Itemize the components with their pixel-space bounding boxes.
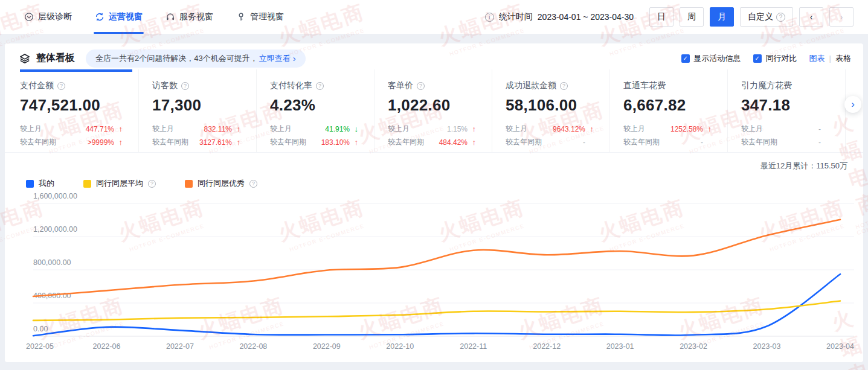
summary-label: 最近12月累计：: [760, 161, 816, 170]
prev-period-button[interactable]: ‹: [799, 7, 823, 27]
tab-service-view[interactable]: 服务视窗: [166, 0, 213, 34]
x-axis-label: 2023-02: [680, 342, 707, 351]
help-icon[interactable]: ?: [57, 82, 65, 90]
chart-legend: 我的 ? 同行同层平均 ? 同行同层优秀 ?: [26, 178, 863, 189]
help-icon[interactable]: ?: [148, 180, 156, 188]
metric-card-refund-amount[interactable]: 成功退款金额? 58,106.00 较上月9643.12%↑ 较去年同期-: [492, 69, 610, 152]
legend-swatch: [185, 180, 193, 188]
trend-arrow: ↑: [232, 138, 240, 147]
trend-arrow: ↑: [468, 124, 476, 133]
tab-management-view[interactable]: 管理视窗: [236, 0, 284, 34]
page-title: 整体看板: [36, 52, 75, 65]
y-axis-label: 0.00: [33, 325, 48, 333]
checkbox-label: 显示活动信息: [694, 53, 741, 64]
board-header: 整体看板 全店一共有2个问题待解决，43个机会可提升， 立即查看 › ✓ 显示活…: [5, 43, 863, 69]
checkbox-checked-icon[interactable]: ✓: [681, 54, 690, 63]
x-axis-label: 2022-07: [166, 342, 194, 351]
chevron-right-icon: ›: [851, 98, 855, 110]
metric-title: 成功退款金额: [506, 80, 556, 91]
help-icon[interactable]: ?: [316, 82, 324, 90]
layers-icon: [19, 53, 30, 64]
compare-row: 较去年同期484.42%↑: [388, 137, 476, 147]
metric-value: 17,300: [152, 96, 240, 115]
x-axis-label: 2022-08: [239, 342, 267, 351]
view-table-option[interactable]: 表格: [835, 53, 851, 64]
range-month-button[interactable]: 月: [710, 7, 734, 27]
chevron-right-icon: ›: [840, 12, 843, 22]
metric-card-ylmf-spend[interactable]: 引力魔方花费? 347.18 较上月- 较去年同期-: [728, 69, 846, 152]
stat-time: i 统计时间 2023-04-01 ~ 2023-04-30: [485, 11, 634, 22]
trend-arrow: ↑: [585, 124, 594, 133]
trend-arrow: ↑: [114, 124, 123, 133]
compare-row: 较上月1252.58%↑: [623, 124, 712, 134]
help-icon[interactable]: ?: [249, 180, 257, 188]
legend-swatch: [26, 180, 34, 188]
range-day-button[interactable]: 日: [649, 7, 674, 27]
metric-card-ztc-spend[interactable]: 直通车花费? 6,667.82 较上月1252.58%↑ 较去年同期-: [610, 69, 728, 152]
compare-row: 较上月447.71%↑: [20, 124, 123, 134]
view-now-link[interactable]: 立即查看: [259, 53, 291, 64]
help-icon[interactable]: ?: [417, 82, 425, 90]
help-icon: ?: [776, 13, 785, 22]
compare-row: 较去年同期>9999%↑: [20, 137, 123, 147]
topbar-controls: i 统计时间 2023-04-01 ~ 2023-04-30 日 周 月 自定义…: [485, 7, 854, 27]
tab-operation-view[interactable]: 运营视窗: [95, 0, 143, 34]
divider: |: [829, 54, 831, 63]
metric-card-avg-order-value[interactable]: 客单价? 1,022.60 较上月1.15%↑ 较去年同期484.42%↑: [375, 69, 492, 152]
trend-arrow: ↑: [350, 138, 358, 147]
legend-label: 我的: [39, 178, 54, 189]
summary-value: 115.50万: [816, 161, 847, 170]
view-toggle: 图表 | 表格: [809, 53, 851, 64]
range-custom-button[interactable]: 自定义 ?: [740, 7, 793, 27]
trend-arrow: ↑: [232, 124, 240, 133]
custom-range-label: 自定义: [748, 11, 773, 22]
metric-title: 引力魔方花费: [741, 80, 792, 91]
x-axis-label: 2022-12: [533, 342, 561, 351]
compare-row: 较上月-: [741, 124, 829, 134]
help-icon[interactable]: ?: [181, 82, 189, 90]
sync-icon: [95, 12, 104, 22]
compare-row: 较上月832.11%↑: [152, 124, 240, 134]
x-axis-label: 2023-01: [606, 342, 634, 351]
range-week-button[interactable]: 周: [680, 7, 704, 27]
cards-scroll-next-button[interactable]: ›: [844, 96, 861, 113]
metric-value: 58,106.00: [506, 96, 594, 115]
nav-tabs: 层级诊断 运营视窗 服务视窗 管理视窗: [24, 0, 284, 34]
compare-row: 较去年同期183.10%↑: [270, 137, 358, 147]
legend-item-mine[interactable]: 我的 ?: [26, 178, 54, 189]
compare-row: 较去年同期3127.61%↑: [152, 137, 240, 147]
metric-cards-row: 支付金额? 747,521.00 较上月447.71%↑ 较去年同期>9999%…: [5, 69, 863, 153]
notice-text: 全店一共有2个问题待解决，43个机会可提升，: [95, 53, 258, 64]
series-line-同行同层平均: [33, 301, 840, 321]
compare-row: 较去年同期-: [506, 137, 594, 147]
metric-card-visitors[interactable]: 访客数? 17,300 较上月832.11%↑ 较去年同期3127.61%↑: [139, 69, 257, 152]
y-axis-label: 1,600,000.00: [33, 192, 77, 200]
view-chart-option[interactable]: 图表: [809, 53, 825, 64]
x-axis-label: 2022-11: [460, 342, 487, 351]
metric-card-payment-amount[interactable]: 支付金额? 747,521.00 较上月447.71%↑ 较去年同期>9999%…: [5, 69, 139, 152]
series-line-我的: [33, 274, 840, 336]
metric-card-conversion-rate[interactable]: 支付转化率? 4.23% 较上月41.91%↓ 较去年同期183.10%↑: [257, 69, 375, 152]
compare-row: 较上月41.91%↓: [270, 124, 358, 134]
tab-label: 层级诊断: [38, 11, 72, 22]
stat-time-label: 统计时间: [499, 11, 533, 22]
legend-label: 同行同层平均: [96, 178, 143, 189]
help-icon[interactable]: ?: [560, 82, 568, 90]
legend-item-peer-average[interactable]: 同行同层平均 ?: [83, 178, 156, 189]
checkbox-checked-icon[interactable]: ✓: [753, 54, 762, 63]
chevron-right-icon[interactable]: ›: [293, 53, 296, 63]
x-axis-label: 2022-10: [386, 342, 414, 351]
metric-value: 347.18: [741, 96, 829, 115]
tab-label: 服务视窗: [179, 11, 213, 22]
metric-title: 支付金额: [20, 80, 54, 91]
stat-time-value: 2023-04-01 ~ 2023-04-30: [538, 12, 634, 22]
tab-level-diagnosis[interactable]: 层级诊断: [24, 0, 72, 34]
peer-compare-checkbox[interactable]: ✓ 同行对比: [753, 53, 797, 64]
metric-title: 客单价: [388, 80, 413, 91]
info-icon: i: [485, 13, 494, 22]
legend-item-peer-excellent[interactable]: 同行同层优秀 ?: [185, 178, 257, 189]
y-axis-label: 800,000.00: [33, 258, 71, 267]
next-period-button[interactable]: ›: [829, 7, 854, 27]
show-activity-checkbox[interactable]: ✓ 显示活动信息: [681, 53, 741, 64]
metric-title: 直通车花费: [623, 80, 666, 91]
